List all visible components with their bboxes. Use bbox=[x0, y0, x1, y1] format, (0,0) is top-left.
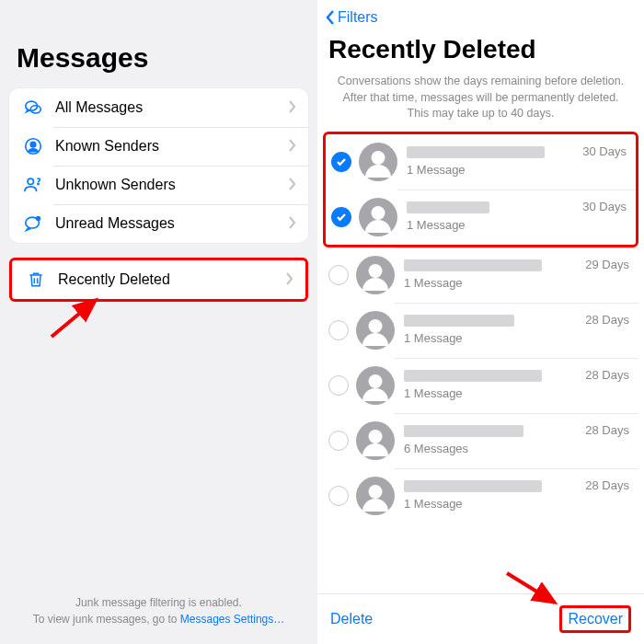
message-count: 1 Message bbox=[404, 276, 578, 290]
filter-recently-deleted[interactable]: Recently Deleted bbox=[12, 260, 305, 299]
back-filters-button[interactable]: Filters bbox=[317, 0, 644, 29]
filter-all-messages[interactable]: All Messages bbox=[9, 88, 308, 127]
avatar-icon bbox=[356, 311, 395, 350]
conversation-body: 1 Message bbox=[407, 201, 575, 232]
unselected-group: 1 Message 29 Days 1 Message 28 Days 1 Me… bbox=[317, 247, 644, 523]
redacted-name bbox=[404, 425, 523, 437]
days-remaining: 28 Days bbox=[578, 478, 629, 492]
chat-bubbles-icon bbox=[20, 98, 46, 118]
conversation-body: 1 Message bbox=[404, 370, 578, 400]
conversation-body: 1 Message bbox=[404, 315, 578, 345]
avatar-icon bbox=[359, 198, 397, 236]
filter-label: All Messages bbox=[46, 99, 288, 116]
message-count: 1 Message bbox=[407, 163, 575, 177]
avatar-icon bbox=[356, 477, 395, 515]
conversation-body: 6 Messages bbox=[404, 425, 578, 455]
conversation-row[interactable]: 1 Message 28 Days bbox=[323, 303, 638, 358]
page-title: Recently Deleted bbox=[317, 29, 644, 70]
conversation-row[interactable]: 1 Message 30 Days bbox=[326, 190, 636, 245]
person-question-icon bbox=[20, 175, 46, 195]
page-title: Messages bbox=[9, 37, 308, 88]
filter-unknown-senders[interactable]: Unknown Senders bbox=[9, 166, 308, 204]
svg-point-7 bbox=[36, 216, 41, 222]
svg-point-5 bbox=[38, 183, 39, 184]
redacted-name bbox=[407, 201, 489, 213]
days-remaining: 28 Days bbox=[578, 368, 629, 382]
days-remaining: 28 Days bbox=[578, 313, 629, 327]
redacted-name bbox=[404, 259, 542, 271]
conversation-row[interactable]: 1 Message 28 Days bbox=[323, 468, 638, 523]
conversation-row[interactable]: 6 Messages 28 Days bbox=[323, 413, 638, 468]
conversation-list: 1 Message 30 Days 1 Message 30 Days bbox=[317, 132, 644, 523]
delete-button[interactable]: Delete bbox=[330, 611, 373, 627]
avatar-icon bbox=[356, 256, 395, 294]
redacted-name bbox=[404, 370, 542, 382]
recently-deleted-pane: Filters Recently Deleted Conversations s… bbox=[317, 0, 644, 644]
message-count: 1 Message bbox=[404, 386, 578, 400]
redacted-name bbox=[404, 480, 542, 492]
footer-line2: To view junk messages, go to Messages Se… bbox=[0, 611, 317, 627]
info-text: Conversations show the days remaining be… bbox=[317, 70, 644, 132]
filter-known-senders[interactable]: Known Senders bbox=[9, 127, 308, 166]
recover-button[interactable]: Recover bbox=[559, 605, 631, 633]
messages-settings-link[interactable]: Messages Settings… bbox=[180, 613, 284, 626]
svg-point-4 bbox=[28, 178, 33, 184]
chat-dot-icon bbox=[20, 213, 46, 234]
filter-label: Recently Deleted bbox=[49, 271, 285, 288]
conversation-body: 1 Message bbox=[404, 259, 578, 290]
bottom-toolbar: Delete Recover bbox=[317, 593, 644, 644]
chevron-right-icon bbox=[288, 178, 297, 193]
checkbox-unchecked-icon[interactable] bbox=[328, 320, 349, 340]
checkbox-unchecked-icon[interactable] bbox=[328, 486, 349, 506]
chevron-right-icon bbox=[288, 100, 297, 116]
chevron-left-icon bbox=[325, 9, 336, 26]
days-remaining: 30 Days bbox=[575, 200, 627, 213]
filter-label: Unknown Senders bbox=[46, 177, 288, 193]
checkbox-checked-icon[interactable] bbox=[331, 152, 351, 172]
days-remaining: 29 Days bbox=[578, 258, 629, 271]
message-count: 1 Message bbox=[404, 331, 578, 345]
checkbox-unchecked-icon[interactable] bbox=[328, 375, 349, 396]
filter-label: Unread Messages bbox=[46, 215, 288, 232]
conversation-body: 1 Message bbox=[404, 480, 578, 511]
filter-unread-messages[interactable]: Unread Messages bbox=[9, 204, 308, 243]
checkbox-checked-icon[interactable] bbox=[331, 207, 351, 227]
svg-point-3 bbox=[30, 142, 36, 147]
message-count: 1 Message bbox=[407, 218, 575, 232]
message-count: 6 Messages bbox=[404, 442, 578, 455]
checkbox-unchecked-icon[interactable] bbox=[328, 431, 349, 451]
footer-line1: Junk message filtering is enabled. bbox=[0, 594, 317, 611]
conversation-row[interactable]: 1 Message 28 Days bbox=[323, 358, 638, 413]
avatar-icon bbox=[356, 421, 395, 460]
messages-filters-pane: Messages All Messages Known Senders Unkn… bbox=[0, 0, 317, 644]
chevron-right-icon bbox=[288, 139, 297, 155]
redacted-name bbox=[404, 315, 514, 327]
chevron-right-icon bbox=[288, 216, 297, 232]
filters-card: All Messages Known Senders Unknown Sende… bbox=[9, 88, 308, 243]
avatar-icon bbox=[356, 366, 395, 405]
recently-deleted-card: Recently Deleted bbox=[9, 258, 308, 302]
filter-label: Known Senders bbox=[46, 138, 288, 155]
checkbox-unchecked-icon[interactable] bbox=[328, 265, 349, 285]
conversation-row[interactable]: 1 Message 29 Days bbox=[323, 247, 638, 303]
selected-group-highlight: 1 Message 30 Days 1 Message 30 Days bbox=[323, 132, 638, 247]
redacted-name bbox=[407, 146, 545, 158]
avatar-icon bbox=[359, 143, 397, 181]
back-label: Filters bbox=[338, 9, 378, 26]
person-circle-icon bbox=[20, 136, 46, 156]
footer-note: Junk message filtering is enabled. To vi… bbox=[0, 594, 317, 627]
trash-icon bbox=[23, 270, 49, 289]
message-count: 1 Message bbox=[404, 497, 578, 511]
days-remaining: 30 Days bbox=[575, 144, 627, 158]
conversation-body: 1 Message bbox=[407, 146, 575, 177]
chevron-right-icon bbox=[285, 272, 294, 288]
conversation-row[interactable]: 1 Message 30 Days bbox=[326, 134, 636, 190]
days-remaining: 28 Days bbox=[578, 423, 629, 437]
